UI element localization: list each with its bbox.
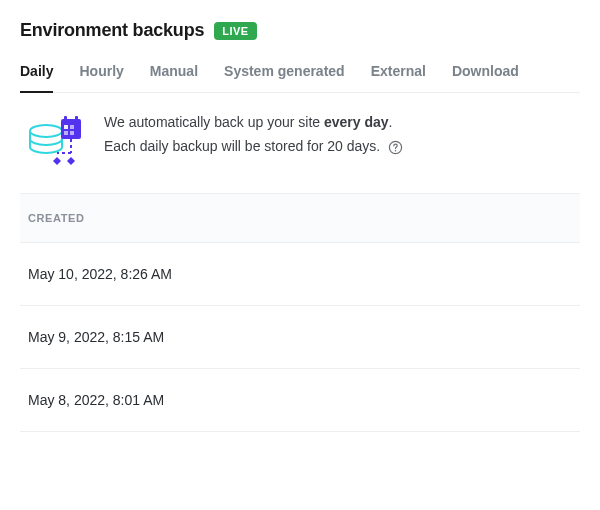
svg-point-9 [395, 149, 397, 151]
tab-hourly[interactable]: Hourly [79, 63, 123, 93]
info-line1-post: . [389, 114, 393, 130]
backup-row[interactable]: May 9, 2022, 8:15 AM [20, 306, 580, 369]
tab-daily[interactable]: Daily [20, 63, 53, 93]
env-live-badge: LIVE [214, 22, 256, 40]
backup-illustration-icon [28, 113, 84, 169]
tab-external[interactable]: External [371, 63, 426, 93]
help-icon[interactable] [388, 140, 403, 155]
tab-manual[interactable]: Manual [150, 63, 198, 93]
backup-row[interactable]: May 10, 2022, 8:26 AM [20, 243, 580, 306]
info-line2: Each daily backup will be stored for 20 … [104, 138, 380, 154]
svg-rect-6 [64, 131, 68, 135]
info-line1-pre: We automatically back up your site [104, 114, 324, 130]
backup-row[interactable]: May 8, 2022, 8:01 AM [20, 369, 580, 432]
svg-rect-2 [64, 116, 67, 122]
svg-rect-3 [75, 116, 78, 122]
svg-rect-4 [64, 125, 68, 129]
page-header: Environment backups LIVE [20, 20, 580, 41]
backup-tabs: Daily Hourly Manual System generated Ext… [20, 63, 580, 93]
info-banner: We automatically back up your site every… [20, 93, 580, 193]
svg-rect-5 [70, 125, 74, 129]
svg-point-0 [30, 125, 62, 137]
info-line1-bold: every day [324, 114, 389, 130]
column-header-created: CREATED [20, 193, 580, 243]
svg-rect-7 [70, 131, 74, 135]
info-text: We automatically back up your site every… [104, 111, 403, 159]
tab-system-generated[interactable]: System generated [224, 63, 345, 93]
tab-download[interactable]: Download [452, 63, 519, 93]
page-title: Environment backups [20, 20, 204, 41]
